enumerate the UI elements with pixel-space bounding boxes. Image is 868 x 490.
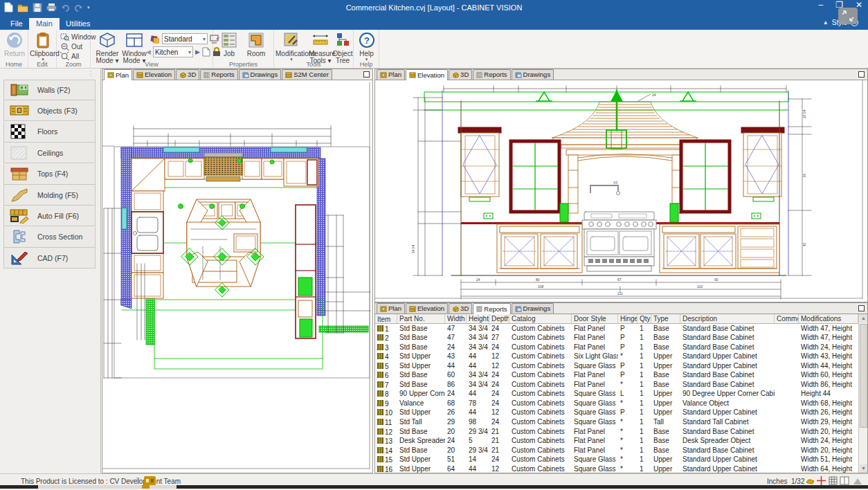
elev-tab-plan[interactable]: Plan xyxy=(377,69,405,80)
return-button[interactable]: Return xyxy=(3,32,26,57)
table-row[interactable]: 16Std Upper644412Custom CabinetsSquare G… xyxy=(375,464,867,474)
table-row[interactable]: 2Std Base4734 3/427Custom CabinetsFlat P… xyxy=(375,334,867,343)
table-row[interactable]: 3Std Base2434 3/424Custom CabinetsFlat P… xyxy=(375,343,867,352)
cabinet-row-icon xyxy=(377,400,383,408)
zoom-out-button[interactable]: Out xyxy=(60,42,82,51)
measure-tools-button[interactable]: MeasureTools ▾ xyxy=(309,32,332,64)
sidebar-item-tops[interactable]: Tops (F4) xyxy=(3,164,96,185)
window-mode-button[interactable]: WindowMode ▾ xyxy=(121,32,147,64)
column-header-catalog[interactable]: Catalog xyxy=(509,314,572,323)
status-gold-icon[interactable] xyxy=(144,476,156,486)
zoom-all-button[interactable]: All xyxy=(60,52,79,60)
sidebar-item-ceilings[interactable]: Ceilings xyxy=(3,143,96,163)
reports-tab-3d[interactable]: 3D xyxy=(449,303,472,314)
table-row[interactable]: 9Valance687824Custom CabinetsSquare Glas… xyxy=(375,399,867,408)
window-split-icon[interactable] xyxy=(840,476,849,485)
sidebar-item-cad[interactable]: CAD (F7) xyxy=(3,248,96,269)
plan-tab-3d[interactable]: 3D xyxy=(176,69,199,80)
elev-tab-drawings[interactable]: Drawings xyxy=(512,69,554,80)
reports-tab-drawings[interactable]: Drawings xyxy=(512,303,554,314)
reports-tab-plan[interactable]: Plan xyxy=(377,303,405,314)
ceilings-icon xyxy=(10,145,30,161)
pan-hand-icon[interactable] xyxy=(805,478,815,485)
units-label[interactable]: Inches xyxy=(767,478,787,485)
render-mode-button[interactable]: RenderMode ▾ xyxy=(95,32,120,64)
modifications-button[interactable]: Modifications ▾ xyxy=(275,32,307,61)
elev-tab-reports[interactable]: Reports xyxy=(473,69,510,80)
next-room-icon[interactable]: ▶ xyxy=(195,48,200,55)
plan-tab-drawings[interactable]: Drawings xyxy=(239,69,282,80)
table-row[interactable]: 13Desk Spreader24521Custom CabinetsFlat … xyxy=(375,437,867,446)
reports-panel-maximize-icon[interactable] xyxy=(858,305,865,311)
plan-tab-s2m-center[interactable]: S2M Center xyxy=(282,69,332,80)
column-header-item[interactable]: Item xyxy=(375,314,397,323)
room-combo[interactable]: Kitchen▾ xyxy=(153,46,193,57)
scroll-thumb[interactable] xyxy=(860,324,867,428)
object-tree-button[interactable]: ObjectTree xyxy=(332,32,353,64)
table-row[interactable]: 890 Upper Corner244424Custom CabinetsSqu… xyxy=(375,390,867,399)
reports-tab-reports[interactable]: Reports xyxy=(473,303,510,314)
job-button[interactable]: Job xyxy=(219,32,239,57)
resize-triangle-icon[interactable] xyxy=(853,478,862,484)
sidebar-item-objects[interactable]: Objects (F3) xyxy=(3,100,96,121)
sidebar-item-molding[interactable]: Molding (F5) xyxy=(3,185,96,206)
help-button[interactable]: ? Help ▾ xyxy=(357,32,376,61)
prev-room-icon[interactable]: ◀ xyxy=(146,48,151,55)
elevation-canvas[interactable]: 24 65 19 3/4 66 42 34 3/4 24 80 67 90 10… xyxy=(375,80,867,302)
status-grip-icon[interactable]: ⣿ xyxy=(136,477,141,484)
plan-tab-plan[interactable]: Plan xyxy=(104,69,132,80)
tab-file[interactable]: File xyxy=(3,18,30,30)
column-header-comment[interactable]: Comment xyxy=(775,314,799,323)
table-row[interactable]: 5Std Upper444412Custom CabinetsSquare Gl… xyxy=(375,361,867,371)
plan-panel-maximize-icon[interactable] xyxy=(363,71,370,78)
plan-canvas[interactable] xyxy=(102,80,372,473)
grid-icon[interactable] xyxy=(829,476,838,485)
scroll-down-icon[interactable]: ▼ xyxy=(860,464,867,473)
elev-tab-elevation[interactable]: Elevation xyxy=(406,69,448,80)
column-header-type[interactable]: Type xyxy=(651,314,680,323)
plan-tab-reports[interactable]: Reports xyxy=(200,69,237,80)
reports-table-scrollbar[interactable]: ▲ ▼ xyxy=(858,314,867,473)
column-header-part-no-[interactable]: Part No. xyxy=(397,314,445,323)
column-header-modifications[interactable]: Modifications xyxy=(799,314,858,323)
room-button[interactable]: Room xyxy=(244,32,269,57)
render-style-combo[interactable]: Standard▾ xyxy=(162,33,208,44)
tab-utilities[interactable]: Utilities xyxy=(59,18,97,30)
column-header-depth[interactable]: Depth xyxy=(489,314,509,323)
column-header-width[interactable]: Width xyxy=(445,314,467,323)
sidebar-item-crosssection[interactable]: Cross Section xyxy=(3,227,96,248)
room-icon xyxy=(248,32,264,48)
sidebar-item-floors[interactable]: Floors xyxy=(3,122,96,143)
table-row[interactable]: 6Std Base6034 3/424Custom CabinetsFlat P… xyxy=(375,371,867,381)
elevation-view-panel: PlanElevation3DReportsDrawings 24 65 19 … xyxy=(374,69,868,302)
scale-label[interactable]: 1/32 xyxy=(791,478,804,485)
plan-tab-elevation[interactable]: Elevation xyxy=(133,69,175,80)
reports-tab-elevation[interactable]: Elevation xyxy=(406,303,448,314)
tab-main[interactable]: Main xyxy=(29,18,60,30)
window-mode-icon xyxy=(125,32,143,48)
elevation-panel-maximize-icon[interactable] xyxy=(858,71,865,78)
column-header-height[interactable]: Height xyxy=(467,314,489,323)
sidebar-item-walls[interactable]: Walls (F2) xyxy=(3,80,96,100)
table-row[interactable]: 4Std Upper434412Custom CabinetsSix Light… xyxy=(375,352,867,362)
column-header-qty[interactable]: Qty xyxy=(638,314,651,323)
new-room-icon[interactable] xyxy=(202,47,210,57)
table-row[interactable]: 15Std Upper511424Custom CabinetsSquare G… xyxy=(375,455,867,465)
table-row[interactable]: 7Std Base8634 3/424Custom CabinetsFlat P… xyxy=(375,380,867,390)
scroll-up-icon[interactable]: ▲ xyxy=(860,314,867,323)
elev-tab-3d[interactable]: 3D xyxy=(449,69,472,80)
table-row[interactable]: 10Std Upper264412Custom CabinetsSquare G… xyxy=(375,408,867,418)
column-header-description[interactable]: Description xyxy=(680,314,775,323)
table-row[interactable]: 1Std Base4734 3/424Custom CabinetsFlat P… xyxy=(375,324,867,334)
column-header-door-style[interactable]: Door Style xyxy=(572,314,618,323)
crosshair-icon[interactable] xyxy=(817,476,826,485)
reports-table-header[interactable]: ItemPart No.WidthHeightDepthCatalogDoor … xyxy=(375,314,867,324)
table-row[interactable]: 12Std Base2029 3/421Custom CabinetsFlat … xyxy=(375,427,867,437)
column-header-hinge[interactable]: Hinge xyxy=(618,314,638,323)
collapse-ribbon-icon[interactable]: ▲ xyxy=(823,19,829,26)
table-row[interactable]: 14Std Base2029 3/421Custom CabinetsFlat … xyxy=(375,446,867,455)
minimize-button[interactable]: – xyxy=(818,0,823,10)
clipboard-button[interactable]: Clipboard ▾ xyxy=(30,32,56,61)
sidebar-item-autofill[interactable]: Auto Fill (F6) xyxy=(3,206,96,226)
table-row[interactable]: 11Std Tall299824Custom CabinetsSquare Gl… xyxy=(375,417,867,427)
